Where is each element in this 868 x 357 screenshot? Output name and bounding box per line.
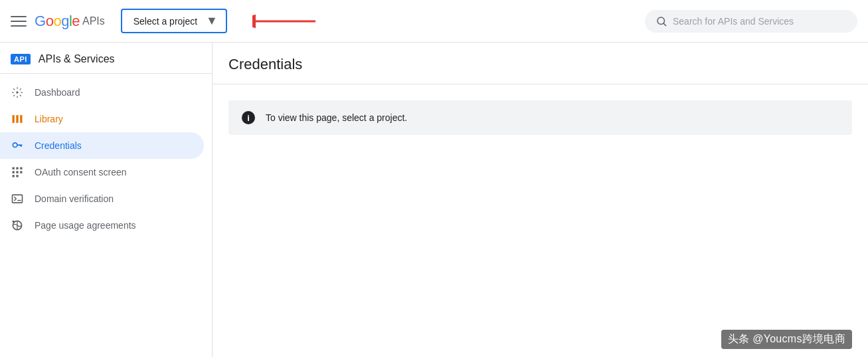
chevron-down-icon: ▼ xyxy=(206,14,218,28)
sidebar-item-oauth-label: OAuth consent screen xyxy=(35,167,127,178)
sidebar: API APIs & Services Dashboard xyxy=(0,43,213,357)
svg-rect-18 xyxy=(13,175,15,177)
sidebar-item-library-label: Library xyxy=(35,114,63,124)
info-icon: i xyxy=(242,111,255,124)
content-header: Credentials xyxy=(213,43,868,84)
svg-rect-17 xyxy=(20,171,22,173)
sidebar-item-credentials-label: Credentials xyxy=(35,140,82,151)
sidebar-item-domain-label: Domain verification xyxy=(35,193,114,204)
domain-icon xyxy=(11,192,24,205)
dashboard-icon xyxy=(11,86,24,99)
main-layout: API APIs & Services Dashboard xyxy=(0,43,868,357)
apis-text: APIs xyxy=(82,15,105,27)
project-selector-label: Select a project xyxy=(130,16,201,27)
sidebar-navigation: Dashboard Library xyxy=(0,74,212,244)
credentials-icon xyxy=(11,139,24,152)
logo-g2: g xyxy=(61,13,69,29)
main-content: Credentials i To view this page, select … xyxy=(213,43,868,357)
search-input[interactable] xyxy=(673,16,847,27)
oauth-icon xyxy=(11,166,24,179)
sidebar-item-credentials[interactable]: Credentials xyxy=(0,132,204,159)
search-icon xyxy=(655,15,667,27)
svg-rect-16 xyxy=(16,171,18,173)
svg-rect-15 xyxy=(13,171,15,173)
svg-rect-14 xyxy=(20,168,22,170)
info-banner: i To view this page, select a project. xyxy=(228,100,852,135)
svg-point-23 xyxy=(13,221,15,223)
svg-rect-6 xyxy=(16,115,18,123)
svg-rect-20 xyxy=(13,195,23,203)
sidebar-item-page-usage-label: Page usage agreements xyxy=(35,220,136,231)
sidebar-header: API APIs & Services xyxy=(0,43,212,74)
svg-rect-13 xyxy=(16,168,18,170)
sidebar-item-domain[interactable]: Domain verification xyxy=(0,185,204,212)
logo-o1: o xyxy=(46,13,54,29)
page-usage-icon xyxy=(11,219,24,232)
svg-point-4 xyxy=(16,91,18,93)
svg-rect-12 xyxy=(13,168,15,170)
search-bar xyxy=(645,10,857,33)
logo-o2: o xyxy=(53,13,61,29)
sidebar-item-page-usage[interactable]: Page usage agreements xyxy=(0,212,204,239)
logo-e: e xyxy=(72,13,80,29)
sidebar-item-dashboard-label: Dashboard xyxy=(35,87,80,98)
svg-rect-19 xyxy=(16,175,18,177)
project-selector-button[interactable]: Select a project ▼ xyxy=(121,9,227,33)
google-apis-logo: Google APIs xyxy=(35,13,105,30)
logo-g: G xyxy=(35,13,46,29)
info-banner-text: To view this page, select a project. xyxy=(266,112,407,123)
library-icon xyxy=(11,112,24,126)
svg-line-3 xyxy=(663,23,665,25)
api-badge: API xyxy=(11,54,31,64)
sidebar-title: APIs & Services xyxy=(39,53,115,65)
top-nav: Google APIs Select a project ▼ xyxy=(0,0,868,43)
svg-point-8 xyxy=(13,143,17,148)
red-arrow-annotation xyxy=(252,12,319,31)
sidebar-item-dashboard[interactable]: Dashboard xyxy=(0,79,204,106)
menu-icon[interactable] xyxy=(11,13,27,29)
sidebar-item-oauth[interactable]: OAuth consent screen xyxy=(0,159,204,185)
svg-rect-7 xyxy=(20,115,22,123)
page-title: Credentials xyxy=(228,56,852,73)
sidebar-item-library[interactable]: Library xyxy=(0,106,204,132)
svg-rect-5 xyxy=(13,115,15,123)
